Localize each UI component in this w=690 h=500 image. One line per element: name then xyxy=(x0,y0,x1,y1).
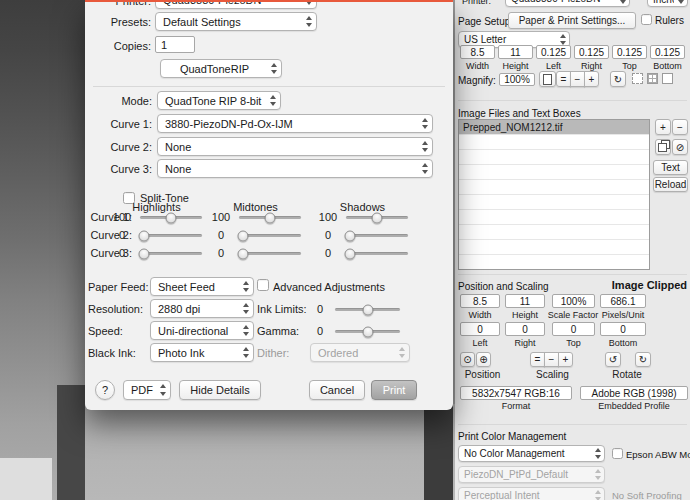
curve3-midtones-slider[interactable] xyxy=(239,252,301,255)
units-select[interactable]: Inches xyxy=(647,0,688,7)
rotate-cw-button[interactable]: ↻ xyxy=(635,352,651,367)
slider-thumb[interactable] xyxy=(372,213,383,224)
list-row-empty[interactable] xyxy=(459,135,649,150)
curve2-shadows-slider[interactable] xyxy=(346,234,408,237)
slider-thumb[interactable] xyxy=(166,213,177,224)
popup-arrows-icon xyxy=(417,115,432,132)
scale-100-button[interactable]: = xyxy=(530,352,545,367)
disable-image-button[interactable]: ⊘ xyxy=(672,139,688,155)
slider-row3-value1: 0 xyxy=(109,247,135,259)
redraw-button[interactable]: ↻ xyxy=(610,71,626,87)
print-button[interactable]: Print xyxy=(371,380,417,400)
panel-printer-select[interactable]: Quad3880-PiezoDN xyxy=(505,0,630,7)
pane-select[interactable]: QuadToneRIP xyxy=(160,59,282,78)
add-image-button[interactable]: + xyxy=(655,119,671,135)
speed-select[interactable]: Uni-directional xyxy=(150,321,254,340)
slider-thumb[interactable] xyxy=(139,249,150,260)
offset-right-field[interactable]: 0 xyxy=(505,322,545,336)
curve1-shadows-slider[interactable] xyxy=(346,216,408,219)
image-width-field[interactable]: 8.5 xyxy=(460,294,500,308)
gamma-slider[interactable] xyxy=(335,330,400,333)
page-height-field[interactable]: 11 xyxy=(498,45,533,59)
slider-thumb[interactable] xyxy=(345,249,356,260)
curve3-shadows-slider[interactable] xyxy=(346,252,408,255)
move-position-button[interactable]: ⊕ xyxy=(476,352,491,367)
curve1-highlights-slider[interactable] xyxy=(140,216,202,219)
curve3-highlights-slider[interactable] xyxy=(140,252,202,255)
curve1-select[interactable]: 3880-PiezoDN-Pd-Ox-IJM xyxy=(157,114,433,133)
color-management-select[interactable]: No Color Management xyxy=(458,445,605,462)
offset-left-field[interactable]: 0 xyxy=(460,322,500,336)
curve2-midtones-slider[interactable] xyxy=(239,234,301,237)
grid-toggle-icon[interactable] xyxy=(647,73,658,84)
margin-bottom-field[interactable]: 0.125 xyxy=(650,45,685,59)
image-files-list[interactable]: Prepped_NOM1212.tif xyxy=(458,119,650,270)
image-height-field[interactable]: 11 xyxy=(505,294,545,308)
page-width-field[interactable]: 8.5 xyxy=(460,45,495,59)
overlay-toggle-icon[interactable] xyxy=(632,73,643,84)
list-row-empty[interactable] xyxy=(459,195,649,210)
divider xyxy=(93,86,445,87)
reload-button[interactable]: Reload xyxy=(653,177,688,192)
slider-thumb[interactable] xyxy=(265,213,276,224)
advanced-adjustments-checkbox[interactable] xyxy=(257,279,269,291)
paper-print-settings-button[interactable]: Paper & Print Settings... xyxy=(508,12,636,29)
cancel-button[interactable]: Cancel xyxy=(309,380,365,400)
list-row-empty[interactable] xyxy=(459,255,649,270)
slider-thumb[interactable] xyxy=(238,249,249,260)
zoom-out-button[interactable]: − xyxy=(570,71,585,87)
ink-limits-slider[interactable] xyxy=(335,308,400,311)
scale-down-button[interactable]: − xyxy=(544,352,559,367)
paper-feed-label: Paper Feed: xyxy=(88,281,149,293)
list-row-empty[interactable] xyxy=(459,180,649,195)
list-row-empty[interactable] xyxy=(459,165,649,180)
black-ink-select[interactable]: Photo Ink xyxy=(150,343,254,362)
list-row-empty[interactable] xyxy=(459,225,649,240)
offset-bottom-field[interactable]: 0 xyxy=(600,322,646,336)
rotate-ccw-button[interactable]: ↺ xyxy=(605,352,621,367)
help-button[interactable]: ? xyxy=(95,380,115,400)
duplicate-icon xyxy=(658,142,668,152)
list-row-empty[interactable] xyxy=(459,240,649,255)
scale-factor-field[interactable]: 100% xyxy=(552,294,595,308)
slider-thumb[interactable] xyxy=(238,231,249,242)
curve2-select[interactable]: None xyxy=(157,137,433,156)
slider-thumb[interactable] xyxy=(139,231,150,242)
fit-page-button[interactable] xyxy=(539,71,556,87)
pixels-per-unit-field[interactable]: 686.1 xyxy=(600,294,646,308)
margin-left-field[interactable]: 0.125 xyxy=(536,45,571,59)
center-position-button[interactable]: ⊙ xyxy=(460,352,475,367)
text-button[interactable]: Text xyxy=(653,160,688,175)
zoom-100-button[interactable]: = xyxy=(556,71,571,87)
list-row-empty[interactable] xyxy=(459,150,649,165)
offset-top-field[interactable]: 0 xyxy=(552,322,595,336)
remove-image-button[interactable]: − xyxy=(672,119,688,135)
copies-input[interactable]: 1 xyxy=(155,36,195,53)
slider-thumb[interactable] xyxy=(362,305,373,316)
mode-select[interactable]: QuadTone RIP 8-bit xyxy=(157,91,281,110)
magnify-field[interactable]: 100% xyxy=(499,73,535,86)
paper-feed-select[interactable]: Sheet Feed xyxy=(150,277,254,296)
duplicate-image-button[interactable] xyxy=(655,139,671,155)
rulers-checkbox[interactable] xyxy=(641,14,652,25)
margin-right-field[interactable]: 0.125 xyxy=(574,45,609,59)
gamma-value: 0 xyxy=(310,325,330,337)
list-row-empty[interactable] xyxy=(459,210,649,225)
slider-thumb[interactable] xyxy=(362,327,373,338)
curve1-midtones-slider[interactable] xyxy=(239,216,301,219)
border-toggle-icon[interactable] xyxy=(662,73,673,84)
offset-bottom-caption: Bottom xyxy=(600,338,646,348)
zoom-in-button[interactable]: + xyxy=(584,71,599,87)
resolution-select[interactable]: 2880 dpi xyxy=(150,299,254,318)
pdf-menu-button[interactable]: PDF xyxy=(123,380,171,400)
hide-details-button[interactable]: Hide Details xyxy=(179,380,261,400)
curve2-highlights-slider[interactable] xyxy=(140,234,202,237)
image-height-caption: Height xyxy=(505,310,545,320)
margin-top-field[interactable]: 0.125 xyxy=(612,45,647,59)
scale-up-button[interactable]: + xyxy=(558,352,573,367)
slider-thumb[interactable] xyxy=(345,231,356,242)
presets-select[interactable]: Default Settings xyxy=(155,12,317,31)
epson-abw-checkbox[interactable] xyxy=(612,448,623,459)
list-item-selected[interactable]: Prepped_NOM1212.tif xyxy=(459,120,649,135)
curve3-select[interactable]: None xyxy=(157,159,433,178)
